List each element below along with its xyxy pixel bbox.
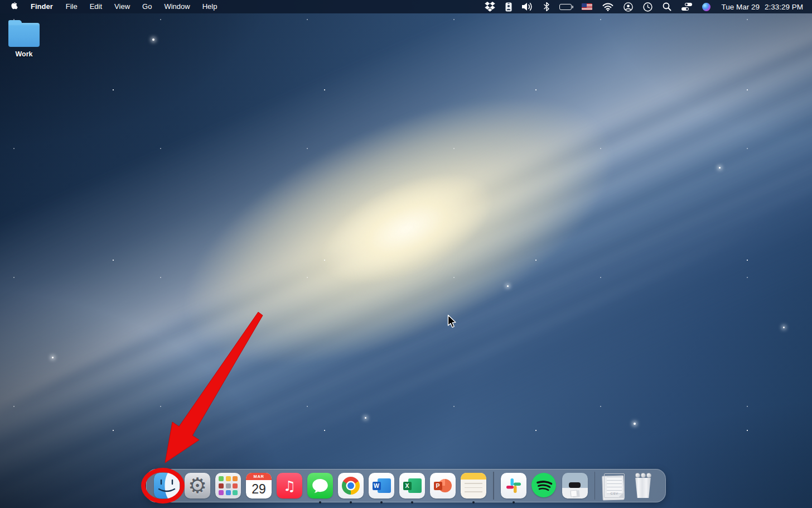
notes-icon [461, 473, 486, 499]
user-account-icon[interactable] [618, 2, 638, 12]
clock-time: 2:33:29 PM [765, 3, 803, 11]
menu-bar: Finder File Edit View Go Window Help [0, 0, 812, 13]
battery-icon[interactable] [554, 4, 577, 10]
finder-icon [154, 473, 180, 499]
photo-icon [562, 473, 588, 499]
bright-star [52, 357, 54, 358]
running-indicator [380, 501, 383, 504]
bright-star [152, 39, 154, 41]
bright-star [719, 167, 721, 169]
bright-star [507, 285, 509, 287]
music-icon: ♫ [277, 473, 302, 499]
dock-item-powerpoint[interactable]: P [430, 473, 456, 499]
dock-separator [594, 472, 596, 500]
menu-bar-status-area: Tue Mar 29 2:33:29 PM [480, 2, 812, 12]
powerpoint-letter: P [434, 482, 442, 490]
spotify-icon [531, 473, 556, 497]
dropbox-icon[interactable] [480, 2, 500, 12]
dock: ⚙ MAR 29 ♫ [146, 469, 666, 502]
menu-item-finder[interactable]: Finder [24, 0, 60, 13]
recent-items-clock-icon[interactable] [638, 2, 658, 12]
wifi-icon[interactable] [597, 3, 618, 11]
spotlight-search-icon[interactable] [658, 2, 676, 11]
menu-item-help[interactable]: Help [196, 0, 224, 13]
dock-item-notes[interactable] [461, 473, 486, 499]
bright-star [365, 417, 366, 419]
running-indicator [319, 501, 321, 504]
powerpoint-icon: P [430, 473, 456, 499]
csv-file-label: CSV [605, 492, 624, 495]
bluetooth-icon[interactable] [539, 2, 554, 11]
menu-item-go[interactable]: Go [136, 0, 158, 13]
running-indicator [513, 501, 515, 504]
apple-icon [11, 2, 18, 11]
dock-item-trash[interactable] [632, 473, 658, 499]
menu-item-file[interactable]: File [60, 0, 84, 13]
bright-star [634, 423, 636, 425]
menu-item-view[interactable]: View [108, 0, 136, 13]
running-indicator [350, 501, 352, 504]
dock-item-system-preferences[interactable]: ⚙ [185, 473, 210, 499]
dock-item-chrome[interactable] [338, 473, 364, 499]
trash-full-icon [632, 473, 654, 499]
calendar-month: MAR [246, 473, 272, 480]
running-indicator [472, 501, 475, 504]
word-letter: W [373, 482, 381, 490]
calendar-icon: MAR 29 [246, 473, 272, 499]
id-badge-icon[interactable] [500, 2, 517, 12]
dock-item-finder[interactable] [154, 473, 180, 499]
folder-label: Work [15, 50, 32, 58]
dock-separator [493, 472, 494, 500]
csv-document-icon: CSV [604, 473, 625, 498]
launchpad-icon [215, 473, 241, 499]
starfield [0, 0, 812, 508]
folder-icon [8, 23, 40, 47]
clock-date: Tue Mar 29 [721, 3, 760, 11]
dock-item-photo[interactable] [562, 473, 588, 499]
slack-icon [501, 473, 526, 499]
dock-item-music[interactable]: ♫ [277, 473, 302, 499]
word-icon: W [369, 473, 394, 499]
messages-icon [307, 473, 333, 499]
system-preferences-icon: ⚙ [185, 473, 210, 499]
chrome-icon [338, 473, 364, 499]
siri-icon[interactable] [697, 3, 716, 11]
dock-item-messages[interactable] [307, 473, 333, 499]
keyboard-us-flag-icon[interactable] [577, 3, 597, 10]
desktop-wallpaper [0, 0, 812, 508]
dock-item-csv-document[interactable]: CSV [602, 473, 627, 499]
excel-letter: X [403, 482, 412, 490]
control-center-icon[interactable] [676, 3, 697, 11]
dock-item-launchpad[interactable] [215, 473, 241, 499]
menu-item-edit[interactable]: Edit [84, 0, 108, 13]
excel-icon: X [399, 473, 425, 499]
menu-item-window[interactable]: Window [158, 0, 196, 13]
dock-item-calendar[interactable]: MAR 29 [246, 473, 272, 499]
menu-bar-clock[interactable]: Tue Mar 29 2:33:29 PM [716, 3, 812, 11]
running-indicator [411, 501, 413, 504]
volume-icon[interactable] [517, 2, 539, 11]
apple-menu[interactable] [0, 2, 24, 11]
dock-item-slack[interactable] [501, 473, 526, 499]
desktop-folder-work[interactable]: Work [7, 19, 41, 58]
menu-bar-left: Finder File Edit View Go Window Help [0, 0, 223, 13]
dock-item-spotify[interactable] [531, 473, 557, 499]
calendar-day: 29 [246, 480, 272, 499]
bright-star [783, 327, 785, 328]
dock-item-word[interactable]: W [369, 473, 394, 499]
dock-item-excel[interactable]: X [399, 473, 425, 499]
